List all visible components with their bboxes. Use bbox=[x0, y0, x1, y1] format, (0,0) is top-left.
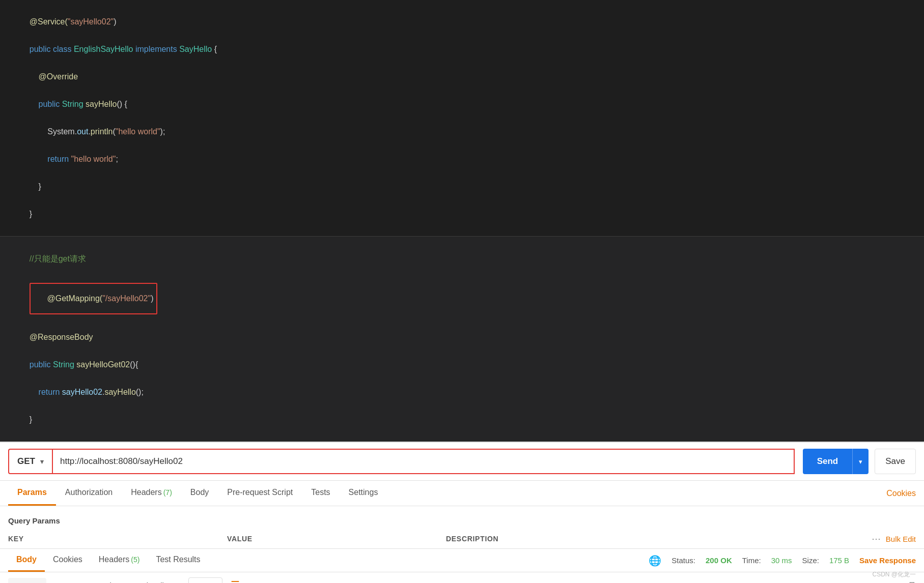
code-line-1: @Service("sayHello02") bbox=[20, 8, 912, 36]
tab-headers[interactable]: Headers(7) bbox=[122, 481, 181, 506]
text-type-label: Text bbox=[195, 581, 209, 584]
send-dropdown-button[interactable]: ▾ bbox=[852, 449, 869, 474]
wrap-icon[interactable]: ☰ bbox=[231, 579, 240, 583]
format-preview-button[interactable]: Preview bbox=[86, 578, 129, 584]
query-params-title: Query Params bbox=[8, 512, 916, 529]
url-bar: GET ▾ Send ▾ Save bbox=[0, 443, 924, 481]
copy-icon[interactable]: ⧉ bbox=[909, 580, 916, 584]
time-label: Time: bbox=[742, 556, 761, 565]
url-input[interactable] bbox=[53, 449, 795, 474]
code-line-5: System.out.println("hello world"); bbox=[20, 118, 912, 145]
code-line-b1: //只能是get请求 bbox=[20, 245, 912, 274]
code-line-b4: public String sayHelloGet02(){ bbox=[20, 351, 912, 378]
get-mapping-highlight: @GetMapping("/sayHello02") bbox=[30, 283, 158, 314]
resp-tab-body[interactable]: Body bbox=[8, 549, 45, 572]
time-value: 30 ms bbox=[771, 556, 792, 565]
code-line-b3: @ResponseBody bbox=[20, 324, 912, 351]
method-button[interactable]: GET ▾ bbox=[8, 449, 53, 474]
code-editor-top: @Service("sayHello02") public class Engl… bbox=[0, 0, 924, 236]
resp-tab-headers[interactable]: Headers(5) bbox=[91, 549, 148, 572]
query-params-section: Query Params bbox=[0, 506, 924, 529]
column-value: VALUE bbox=[227, 535, 446, 543]
code-line-2: public class EnglishSayHello implements … bbox=[20, 36, 912, 63]
status-value: 200 OK bbox=[706, 556, 732, 565]
column-description: DESCRIPTION bbox=[446, 535, 872, 543]
resp-headers-badge: (5) bbox=[131, 556, 139, 564]
tab-authorization[interactable]: Authorization bbox=[56, 481, 122, 506]
response-status-area: 🌐 Status: 200 OK Time: 30 ms Size: 175 B… bbox=[649, 555, 916, 567]
watermark: CSDN @化龙一 bbox=[872, 570, 916, 579]
code-line-3: @Override bbox=[20, 63, 912, 91]
code-line-7: } bbox=[20, 173, 912, 200]
format-raw-button[interactable]: Raw bbox=[50, 578, 82, 584]
resp-tab-cookies[interactable]: Cookies bbox=[45, 549, 91, 572]
postman-panel: GET ▾ Send ▾ Save Params Authorization H… bbox=[0, 442, 924, 583]
code-line-8: } bbox=[20, 200, 912, 228]
code-line-4: public String sayHello() { bbox=[20, 91, 912, 118]
globe-icon[interactable]: 🌐 bbox=[649, 555, 661, 567]
format-visualize-button[interactable]: Visualize bbox=[133, 578, 180, 584]
send-button-group: Send ▾ bbox=[803, 449, 869, 474]
size-value: 175 B bbox=[829, 556, 849, 565]
tab-params[interactable]: Params bbox=[8, 481, 56, 506]
method-label: GET bbox=[17, 456, 35, 467]
tab-body[interactable]: Body bbox=[181, 481, 218, 506]
text-type-dropdown[interactable]: Text ▾ bbox=[188, 577, 223, 583]
resp-tab-test-results[interactable]: Test Results bbox=[148, 549, 208, 572]
request-tabs: Params Authorization Headers(7) Body Pre… bbox=[0, 481, 924, 506]
bulk-edit-link[interactable]: Bulk Edit bbox=[886, 535, 916, 543]
table-actions: ⋯ Bulk Edit bbox=[872, 533, 916, 544]
response-body-toolbar: Pretty Raw Preview Visualize Text ▾ ☰ ⧉ bbox=[0, 572, 924, 583]
column-key: KEY bbox=[8, 535, 227, 543]
size-label: Size: bbox=[802, 556, 819, 565]
tab-pre-request-script[interactable]: Pre-request Script bbox=[218, 481, 302, 506]
save-button[interactable]: Save bbox=[875, 449, 916, 474]
response-tabs: Body Cookies Headers(5) Test Results 🌐 S… bbox=[0, 549, 924, 572]
more-options-icon[interactable]: ⋯ bbox=[872, 533, 881, 544]
send-button[interactable]: Send bbox=[803, 449, 853, 474]
text-dropdown-chevron: ▾ bbox=[212, 580, 216, 583]
status-label: Status: bbox=[671, 556, 695, 565]
tab-tests[interactable]: Tests bbox=[302, 481, 339, 506]
code-editor-bottom: //只能是get请求 @GetMapping("/sayHello02") @R… bbox=[0, 236, 924, 442]
query-table-header: KEY VALUE DESCRIPTION ⋯ Bulk Edit bbox=[0, 529, 924, 549]
code-line-6: return "hello world"; bbox=[20, 145, 912, 173]
code-line-b6: } bbox=[20, 406, 912, 433]
code-line-b2: @GetMapping("/sayHello02") bbox=[20, 274, 912, 324]
method-chevron-icon: ▾ bbox=[40, 458, 44, 465]
save-response-button[interactable]: Save Response bbox=[859, 556, 916, 565]
code-line-b5: return sayHello02.sayHello(); bbox=[20, 378, 912, 406]
headers-badge: (7) bbox=[163, 488, 172, 497]
tab-settings[interactable]: Settings bbox=[340, 481, 387, 506]
cookies-link[interactable]: Cookies bbox=[886, 489, 916, 498]
format-pretty-button[interactable]: Pretty bbox=[8, 578, 46, 584]
